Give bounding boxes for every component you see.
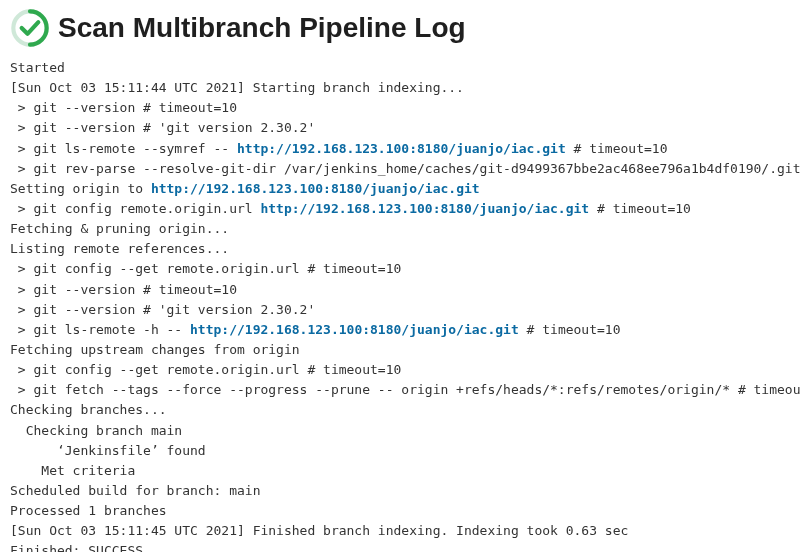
log-line: Listing remote references... (10, 241, 229, 256)
log-line: Met criteria (10, 463, 135, 478)
log-line: > git ls-remote --symref -- http://192.1… (10, 141, 667, 156)
scan-log-output: Started [Sun Oct 03 15:11:44 UTC 2021] S… (10, 58, 790, 552)
log-line: [Sun Oct 03 15:11:45 UTC 2021] Finished … (10, 523, 628, 538)
log-line: [Sun Oct 03 15:11:44 UTC 2021] Starting … (10, 80, 464, 95)
success-check-icon (10, 8, 50, 48)
page-title: Scan Multibranch Pipeline Log (58, 12, 466, 44)
log-line: ‘Jenkinsfile’ found (10, 443, 206, 458)
log-line: > git --version # 'git version 2.30.2' (10, 302, 315, 317)
log-line: Checking branches... (10, 402, 167, 417)
log-line: > git --version # 'git version 2.30.2' (10, 120, 315, 135)
repo-url-link[interactable]: http://192.168.123.100:8180/juanjo/iac.g… (260, 201, 589, 216)
log-line: > git --version # timeout=10 (10, 100, 237, 115)
log-line: > git config --get remote.origin.url # t… (10, 362, 401, 377)
log-line: Fetching & pruning origin... (10, 221, 229, 236)
log-line: > git ls-remote -h -- http://192.168.123… (10, 322, 621, 337)
page-header: Scan Multibranch Pipeline Log (10, 8, 790, 48)
log-line: > git --version # timeout=10 (10, 282, 237, 297)
repo-url-link[interactable]: http://192.168.123.100:8180/juanjo/iac.g… (237, 141, 566, 156)
log-line: Processed 1 branches (10, 503, 167, 518)
log-line: Fetching upstream changes from origin (10, 342, 300, 357)
log-line: > git config remote.origin.url http://19… (10, 201, 691, 216)
log-line: Started (10, 60, 65, 75)
log-line: Setting origin to http://192.168.123.100… (10, 181, 480, 196)
log-line: Scheduled build for branch: main (10, 483, 260, 498)
log-line: Checking branch main (10, 423, 182, 438)
log-line: Finished: SUCCESS (10, 543, 143, 552)
repo-url-link[interactable]: http://192.168.123.100:8180/juanjo/iac.g… (190, 322, 519, 337)
log-line: > git config --get remote.origin.url # t… (10, 261, 401, 276)
log-line: > git rev-parse --resolve-git-dir /var/j… (10, 161, 800, 176)
repo-url-link[interactable]: http://192.168.123.100:8180/juanjo/iac.g… (151, 181, 480, 196)
log-line: > git fetch --tags --force --progress --… (10, 382, 800, 397)
